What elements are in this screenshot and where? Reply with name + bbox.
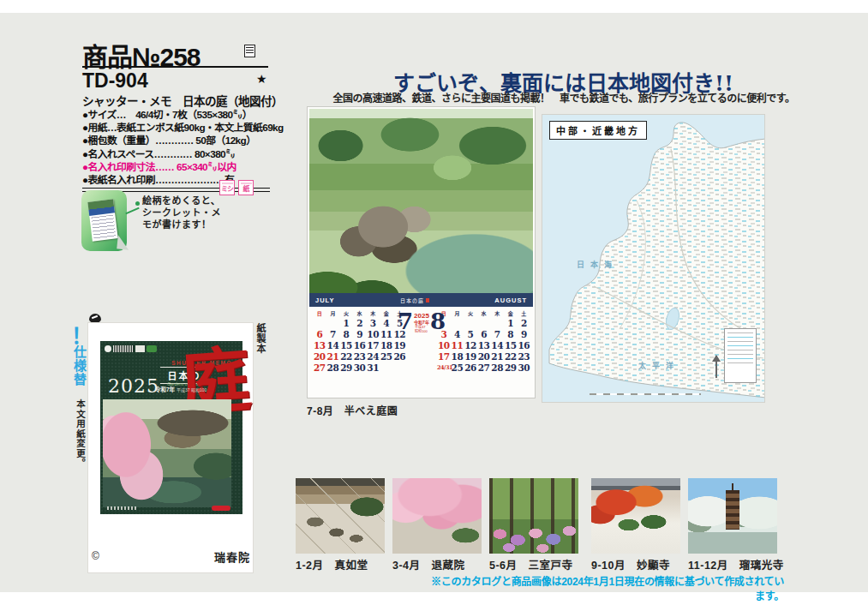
thumbnail-image-jan-feb xyxy=(296,478,385,554)
calendar-month-bar: JULY 日本の庭 AUGUST xyxy=(309,293,533,307)
memo-pad-icon xyxy=(244,45,255,57)
july-grid: 1234567891011121314151617181920212223242… xyxy=(313,318,406,374)
spec-print-size: ●名入れ印刷寸法…… 65×340㍉以内 xyxy=(82,161,278,174)
cover-badge-row xyxy=(105,345,157,352)
month-august-label: AUGUST xyxy=(494,297,527,304)
map-region-title: 中部・近畿地方 xyxy=(549,121,647,140)
product-name: シャッター・メモ 日本の庭（地図付） xyxy=(82,92,283,109)
red-seal-icon xyxy=(426,298,429,302)
compass-icon xyxy=(715,356,717,378)
badge-paper: 紙 xyxy=(238,180,254,195)
binding-note: 紙製本 xyxy=(254,323,267,354)
pacific-ocean-label: 太平洋 xyxy=(638,360,679,371)
thumbnail-image-nov-dec xyxy=(688,478,777,554)
cover-era: 令和7年 xyxy=(155,386,175,392)
thumbnail-caption: 3-4月 退蔵院 xyxy=(392,556,465,572)
month-july-label: JULY xyxy=(315,297,334,304)
map-legend xyxy=(724,328,757,383)
thumbnail-image-may-jun xyxy=(489,478,578,554)
calendar-era: 令和7年 xyxy=(414,320,429,325)
spec-name-space: ●名入れスペース………… 80×380㍉ xyxy=(82,148,278,161)
cover-card: SHUTTER MEMO 日本の Gardens of Japan 庭 2025… xyxy=(88,323,253,572)
cover-photo xyxy=(103,399,231,507)
weekday-header-july: 日月火水木金土 xyxy=(313,311,406,317)
eco-mark-icon xyxy=(105,345,111,352)
japan-map: 中部・近畿地方 日本海 太平洋 xyxy=(542,114,765,403)
cover-era-sub: 平成37 昭和100 xyxy=(177,387,207,392)
calendar-center-block: 7 2025 令和7年 平成37 昭和100 8 xyxy=(402,310,441,333)
product-number: 商品№258 xyxy=(82,36,201,74)
star-icon: ★ xyxy=(256,72,267,86)
calendar-page-icon xyxy=(87,199,117,241)
cover-photo-credit: 瑞春院 xyxy=(214,548,250,565)
spec-paper: ●用紙…表紙エンボス紙90kg・本文上質紙69kg xyxy=(82,122,278,135)
spec-change-detail: 本文用紙変更。 xyxy=(75,399,87,469)
calendar-cover: SHUTTER MEMO 日本の Gardens of Japan 庭 2025… xyxy=(100,341,242,514)
badge-perforation: ミシ xyxy=(219,180,235,195)
calendar-era-sub: 平成37 昭和100 xyxy=(415,326,428,333)
spec-list: ●サイズ… 46/4切・7枚（535×380㍉） ●用紙…表紙エンボス紙90kg… xyxy=(82,109,278,187)
cover-year: 2025 xyxy=(108,375,159,397)
weekday-header-august: 日月火水木金土 xyxy=(437,311,530,317)
thumbnail-caption: 1-2月 真如堂 xyxy=(296,556,368,572)
label-icon xyxy=(135,345,145,352)
product-code: TD-904 xyxy=(82,69,148,93)
feature-thumbnail xyxy=(81,190,127,251)
promo-subtitle: 全国の高速道路、鉄道、さらに主要国道も掲載！ 車でも鉄道でも、旅行プランを立てる… xyxy=(332,90,795,105)
feature-note: 絵柄をめくると、 シークレット・メ モが書けます！ xyxy=(142,195,221,231)
calendar-bar-title: 日本の庭 xyxy=(400,297,424,304)
august-grid: 123456789101112131415161718192021222324/… xyxy=(437,318,530,374)
big-month-7: 7 xyxy=(398,310,413,332)
cover-credit-microtext xyxy=(107,506,136,510)
page-fold-icon xyxy=(117,235,130,249)
thumbnail-caption: 9-10月 妙顯寺 xyxy=(591,556,670,572)
calendar-caption: 7-8月 半べえ庭園 xyxy=(307,403,398,417)
pagoda-icon xyxy=(726,490,739,530)
thumbnail-image-sep-oct xyxy=(591,478,680,554)
barcode-icon xyxy=(113,345,134,352)
divider xyxy=(82,66,268,68)
calendar-year: 2025 xyxy=(414,313,429,320)
garden-photo xyxy=(309,109,533,293)
copyright-mark: © xyxy=(92,550,99,562)
calendar-sample: JULY 日本の庭 AUGUST 日月火水木金土 日月火水木金土 1234567… xyxy=(307,106,536,398)
publisher-logo xyxy=(212,506,230,511)
thumbnail-caption: 11-12月 瑠璃光寺 xyxy=(688,556,784,572)
spec-packing: ●梱包数（重量）………… 50部（12kg） xyxy=(82,135,278,147)
spec-size: ●サイズ… 46/4切・7枚（535×380㍉） xyxy=(82,109,278,122)
catalog-footnote: ※このカタログと商品画像は2024年1月1日現在の情報に基づいて作成されています… xyxy=(428,573,784,602)
callout-dot xyxy=(135,201,140,206)
big-month-8: 8 xyxy=(430,310,446,332)
sea-of-japan-label: 日本海 xyxy=(577,259,618,270)
spec-change-label: 仕様替 xyxy=(70,345,88,386)
green-badge-icon xyxy=(147,345,157,352)
map-scale-bar xyxy=(590,393,701,395)
thumbnail-caption: 5-6月 三室戸寺 xyxy=(489,556,573,572)
thumbnail-image-mar-apr xyxy=(392,478,482,554)
